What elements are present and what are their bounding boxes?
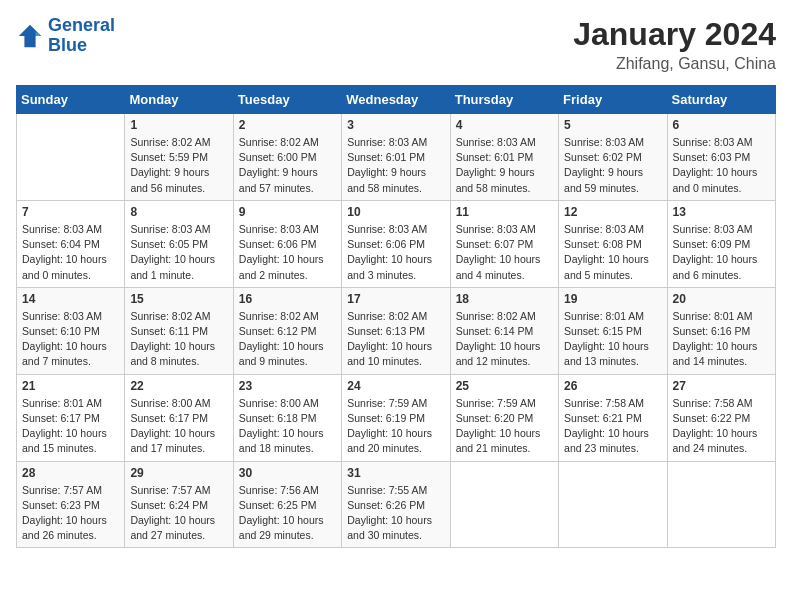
day-info: Sunrise: 8:03 AMSunset: 6:01 PMDaylight:… xyxy=(456,135,553,196)
day-number: 24 xyxy=(347,379,444,393)
calendar-cell: 19Sunrise: 8:01 AMSunset: 6:15 PMDayligh… xyxy=(559,287,667,374)
calendar-cell: 22Sunrise: 8:00 AMSunset: 6:17 PMDayligh… xyxy=(125,374,233,461)
week-row-2: 7Sunrise: 8:03 AMSunset: 6:04 PMDaylight… xyxy=(17,200,776,287)
calendar-cell: 31Sunrise: 7:55 AMSunset: 6:26 PMDayligh… xyxy=(342,461,450,548)
day-info: Sunrise: 7:57 AMSunset: 6:23 PMDaylight:… xyxy=(22,483,119,544)
day-number: 17 xyxy=(347,292,444,306)
day-number: 26 xyxy=(564,379,661,393)
day-info: Sunrise: 8:02 AMSunset: 6:14 PMDaylight:… xyxy=(456,309,553,370)
day-info: Sunrise: 8:03 AMSunset: 6:02 PMDaylight:… xyxy=(564,135,661,196)
day-info: Sunrise: 8:03 AMSunset: 6:04 PMDaylight:… xyxy=(22,222,119,283)
day-number: 2 xyxy=(239,118,336,132)
day-number: 13 xyxy=(673,205,770,219)
day-number: 29 xyxy=(130,466,227,480)
calendar-cell: 18Sunrise: 8:02 AMSunset: 6:14 PMDayligh… xyxy=(450,287,558,374)
day-header-sunday: Sunday xyxy=(17,86,125,114)
week-row-5: 28Sunrise: 7:57 AMSunset: 6:23 PMDayligh… xyxy=(17,461,776,548)
calendar-cell: 10Sunrise: 8:03 AMSunset: 6:06 PMDayligh… xyxy=(342,200,450,287)
calendar-cell: 11Sunrise: 8:03 AMSunset: 6:07 PMDayligh… xyxy=(450,200,558,287)
day-info: Sunrise: 8:03 AMSunset: 6:06 PMDaylight:… xyxy=(239,222,336,283)
day-info: Sunrise: 8:02 AMSunset: 5:59 PMDaylight:… xyxy=(130,135,227,196)
calendar-title: January 2024 xyxy=(573,16,776,53)
calendar-cell: 27Sunrise: 7:58 AMSunset: 6:22 PMDayligh… xyxy=(667,374,775,461)
day-number: 16 xyxy=(239,292,336,306)
day-info: Sunrise: 8:03 AMSunset: 6:09 PMDaylight:… xyxy=(673,222,770,283)
day-info: Sunrise: 7:59 AMSunset: 6:19 PMDaylight:… xyxy=(347,396,444,457)
calendar-cell: 13Sunrise: 8:03 AMSunset: 6:09 PMDayligh… xyxy=(667,200,775,287)
calendar-cell: 17Sunrise: 8:02 AMSunset: 6:13 PMDayligh… xyxy=(342,287,450,374)
day-info: Sunrise: 8:01 AMSunset: 6:15 PMDaylight:… xyxy=(564,309,661,370)
logo: General Blue xyxy=(16,16,115,56)
day-number: 14 xyxy=(22,292,119,306)
day-info: Sunrise: 8:03 AMSunset: 6:07 PMDaylight:… xyxy=(456,222,553,283)
calendar-cell: 15Sunrise: 8:02 AMSunset: 6:11 PMDayligh… xyxy=(125,287,233,374)
day-info: Sunrise: 7:56 AMSunset: 6:25 PMDaylight:… xyxy=(239,483,336,544)
logo-icon xyxy=(16,22,44,50)
day-header-tuesday: Tuesday xyxy=(233,86,341,114)
day-number: 11 xyxy=(456,205,553,219)
day-number: 21 xyxy=(22,379,119,393)
calendar-cell: 20Sunrise: 8:01 AMSunset: 6:16 PMDayligh… xyxy=(667,287,775,374)
calendar-cell: 16Sunrise: 8:02 AMSunset: 6:12 PMDayligh… xyxy=(233,287,341,374)
day-number: 6 xyxy=(673,118,770,132)
calendar-cell: 5Sunrise: 8:03 AMSunset: 6:02 PMDaylight… xyxy=(559,114,667,201)
day-number: 28 xyxy=(22,466,119,480)
calendar-cell: 6Sunrise: 8:03 AMSunset: 6:03 PMDaylight… xyxy=(667,114,775,201)
calendar-cell: 3Sunrise: 8:03 AMSunset: 6:01 PMDaylight… xyxy=(342,114,450,201)
day-info: Sunrise: 7:58 AMSunset: 6:21 PMDaylight:… xyxy=(564,396,661,457)
day-header-saturday: Saturday xyxy=(667,86,775,114)
days-header-row: SundayMondayTuesdayWednesdayThursdayFrid… xyxy=(17,86,776,114)
page-header: General Blue January 2024 Zhifang, Gansu… xyxy=(16,16,776,73)
day-info: Sunrise: 7:59 AMSunset: 6:20 PMDaylight:… xyxy=(456,396,553,457)
calendar-cell: 24Sunrise: 7:59 AMSunset: 6:19 PMDayligh… xyxy=(342,374,450,461)
calendar-cell xyxy=(17,114,125,201)
calendar-cell: 14Sunrise: 8:03 AMSunset: 6:10 PMDayligh… xyxy=(17,287,125,374)
week-row-3: 14Sunrise: 8:03 AMSunset: 6:10 PMDayligh… xyxy=(17,287,776,374)
day-info: Sunrise: 7:58 AMSunset: 6:22 PMDaylight:… xyxy=(673,396,770,457)
calendar-cell: 8Sunrise: 8:03 AMSunset: 6:05 PMDaylight… xyxy=(125,200,233,287)
day-info: Sunrise: 8:01 AMSunset: 6:17 PMDaylight:… xyxy=(22,396,119,457)
day-number: 30 xyxy=(239,466,336,480)
calendar-cell: 26Sunrise: 7:58 AMSunset: 6:21 PMDayligh… xyxy=(559,374,667,461)
day-number: 15 xyxy=(130,292,227,306)
logo-text: General Blue xyxy=(48,16,115,56)
calendar-cell: 2Sunrise: 8:02 AMSunset: 6:00 PMDaylight… xyxy=(233,114,341,201)
calendar-table: SundayMondayTuesdayWednesdayThursdayFrid… xyxy=(16,85,776,548)
calendar-cell: 21Sunrise: 8:01 AMSunset: 6:17 PMDayligh… xyxy=(17,374,125,461)
day-number: 20 xyxy=(673,292,770,306)
day-header-friday: Friday xyxy=(559,86,667,114)
calendar-cell: 29Sunrise: 7:57 AMSunset: 6:24 PMDayligh… xyxy=(125,461,233,548)
day-number: 25 xyxy=(456,379,553,393)
day-info: Sunrise: 8:03 AMSunset: 6:01 PMDaylight:… xyxy=(347,135,444,196)
calendar-cell xyxy=(559,461,667,548)
day-info: Sunrise: 8:01 AMSunset: 6:16 PMDaylight:… xyxy=(673,309,770,370)
day-number: 8 xyxy=(130,205,227,219)
day-info: Sunrise: 8:00 AMSunset: 6:18 PMDaylight:… xyxy=(239,396,336,457)
day-header-monday: Monday xyxy=(125,86,233,114)
day-number: 19 xyxy=(564,292,661,306)
calendar-cell xyxy=(667,461,775,548)
day-info: Sunrise: 8:00 AMSunset: 6:17 PMDaylight:… xyxy=(130,396,227,457)
day-number: 31 xyxy=(347,466,444,480)
calendar-cell: 12Sunrise: 8:03 AMSunset: 6:08 PMDayligh… xyxy=(559,200,667,287)
calendar-cell: 30Sunrise: 7:56 AMSunset: 6:25 PMDayligh… xyxy=(233,461,341,548)
day-number: 18 xyxy=(456,292,553,306)
calendar-cell: 28Sunrise: 7:57 AMSunset: 6:23 PMDayligh… xyxy=(17,461,125,548)
day-info: Sunrise: 8:02 AMSunset: 6:00 PMDaylight:… xyxy=(239,135,336,196)
day-info: Sunrise: 7:57 AMSunset: 6:24 PMDaylight:… xyxy=(130,483,227,544)
day-info: Sunrise: 8:03 AMSunset: 6:08 PMDaylight:… xyxy=(564,222,661,283)
day-header-wednesday: Wednesday xyxy=(342,86,450,114)
day-info: Sunrise: 8:03 AMSunset: 6:06 PMDaylight:… xyxy=(347,222,444,283)
day-info: Sunrise: 8:03 AMSunset: 6:10 PMDaylight:… xyxy=(22,309,119,370)
day-number: 3 xyxy=(347,118,444,132)
calendar-cell: 4Sunrise: 8:03 AMSunset: 6:01 PMDaylight… xyxy=(450,114,558,201)
day-number: 22 xyxy=(130,379,227,393)
day-header-thursday: Thursday xyxy=(450,86,558,114)
calendar-subtitle: Zhifang, Gansu, China xyxy=(573,55,776,73)
day-number: 12 xyxy=(564,205,661,219)
calendar-cell: 7Sunrise: 8:03 AMSunset: 6:04 PMDaylight… xyxy=(17,200,125,287)
day-info: Sunrise: 7:55 AMSunset: 6:26 PMDaylight:… xyxy=(347,483,444,544)
day-number: 1 xyxy=(130,118,227,132)
title-block: January 2024 Zhifang, Gansu, China xyxy=(573,16,776,73)
day-info: Sunrise: 8:02 AMSunset: 6:11 PMDaylight:… xyxy=(130,309,227,370)
